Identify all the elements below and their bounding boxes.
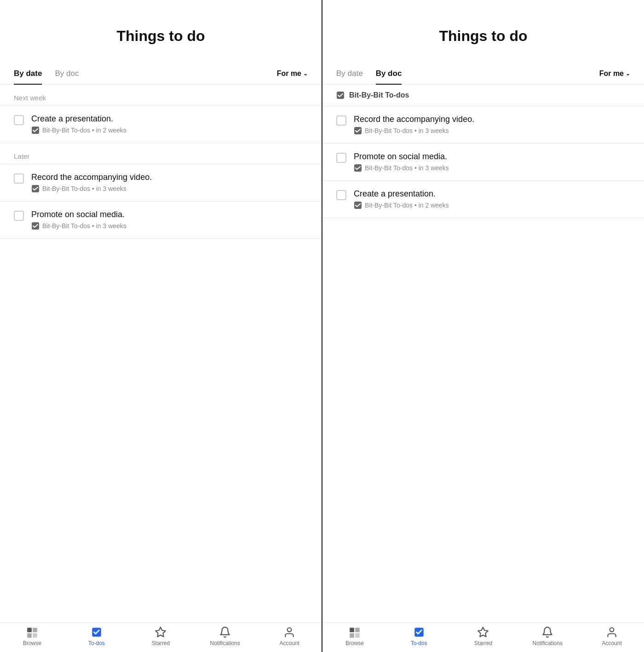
todo-title: Record the accompanying video.: [31, 173, 152, 182]
todo-title: Record the accompanying video.: [354, 115, 474, 124]
star-icon: [477, 626, 489, 638]
nav-item-todos[interactable]: To-dos: [64, 626, 129, 646]
todo-title: Create a presentation.: [354, 189, 449, 199]
for-me-label: For me: [599, 69, 624, 78]
svg-marker-8: [156, 627, 166, 637]
nav-label-browse: Browse: [23, 640, 41, 646]
todo-text-block: Promote on social media. Bit-By-Bit To-d…: [31, 210, 126, 230]
todo-item: Promote on social media. Bit-By-Bit To-d…: [0, 202, 322, 239]
svg-rect-14: [350, 628, 354, 632]
nav-item-browse[interactable]: Browse: [322, 626, 387, 646]
person-icon: [283, 626, 295, 638]
todo-item: Record the accompanying video. Bit-By-Bi…: [322, 106, 644, 144]
browse-icon: [26, 626, 38, 638]
todo-text-block: Promote on social media. Bit-By-Bit To-d…: [354, 152, 449, 172]
for-me-filter[interactable]: For me ⌄: [599, 69, 630, 78]
todo-checkbox[interactable]: [14, 173, 24, 184]
todo-title: Create a presentation.: [31, 114, 126, 124]
svg-rect-3: [27, 628, 32, 632]
tabs-row: By dateBy docFor me ⌄: [0, 63, 322, 85]
panel-left: Things to doBy dateBy docFor me ⌄Next we…: [0, 0, 322, 652]
nav-label-browse: Browse: [345, 640, 364, 646]
todos-icon: [91, 626, 103, 638]
todo-doc-name: Bit-By-Bit To-dos • in 2 weeks: [42, 127, 126, 134]
svg-rect-5: [27, 633, 32, 638]
person-icon: [606, 626, 618, 638]
tabs-row: By dateBy docFor me ⌄: [322, 63, 644, 85]
todo-checkbox[interactable]: [14, 211, 24, 221]
nav-item-account[interactable]: Account: [580, 626, 644, 646]
todo-doc-name: Bit-By-Bit To-dos • in 3 weeks: [365, 127, 449, 134]
todo-meta: Bit-By-Bit To-dos • in 3 weeks: [354, 164, 449, 172]
group-header: Bit-By-Bit To-dos: [322, 85, 644, 106]
page-title: Things to do: [0, 0, 322, 63]
chevron-down-icon: ⌄: [303, 70, 308, 77]
nav-label-account: Account: [602, 640, 621, 646]
todo-text-block: Record the accompanying video. Bit-By-Bi…: [31, 173, 152, 193]
todo-checkbox[interactable]: [336, 153, 346, 163]
todo-checkbox[interactable]: [14, 115, 24, 125]
todo-text-block: Create a presentation. Bit-By-Bit To-dos…: [31, 114, 126, 134]
tab-by_date[interactable]: By date: [336, 63, 363, 85]
content-area: Things to doBy dateBy docFor me ⌄ Bit-By…: [322, 0, 644, 622]
section-header: Later: [0, 143, 322, 164]
browse-icon: [349, 626, 361, 638]
todo-meta: Bit-By-Bit To-dos • in 3 weeks: [31, 222, 126, 230]
svg-rect-17: [355, 633, 360, 638]
todo-checkbox[interactable]: [336, 190, 346, 200]
svg-rect-6: [33, 633, 37, 638]
svg-rect-15: [355, 628, 360, 632]
bell-icon: [541, 626, 553, 638]
todo-item: Create a presentation. Bit-By-Bit To-dos…: [0, 106, 322, 143]
bell-icon: [219, 626, 231, 638]
svg-point-20: [610, 628, 614, 632]
svg-rect-4: [33, 628, 37, 632]
content-area: Things to doBy dateBy docFor me ⌄Next we…: [0, 0, 322, 622]
panel-right: Things to doBy dateBy docFor me ⌄ Bit-By…: [322, 0, 644, 652]
nav-item-notifications[interactable]: Notifications: [515, 626, 580, 646]
todo-item: Record the accompanying video. Bit-By-Bi…: [0, 164, 322, 202]
nav-item-todos[interactable]: To-dos: [387, 626, 451, 646]
svg-point-9: [288, 628, 292, 632]
todo-text-block: Create a presentation. Bit-By-Bit To-dos…: [354, 189, 449, 209]
nav-item-account[interactable]: Account: [257, 626, 322, 646]
page-title: Things to do: [322, 0, 644, 63]
group-title: Bit-By-Bit To-dos: [349, 91, 409, 99]
nav-item-starred[interactable]: Starred: [451, 626, 516, 646]
bottom-nav: Browse To-dos Starred Notifications Acco…: [322, 622, 644, 652]
todo-meta: Bit-By-Bit To-dos • in 3 weeks: [31, 185, 152, 193]
todo-doc-name: Bit-By-Bit To-dos • in 3 weeks: [42, 222, 126, 230]
tab-by_date[interactable]: By date: [14, 63, 42, 85]
nav-item-notifications[interactable]: Notifications: [193, 626, 257, 646]
todo-item: Promote on social media. Bit-By-Bit To-d…: [322, 144, 644, 181]
nav-label-notifications: Notifications: [533, 640, 563, 646]
section-header: Next week: [0, 85, 322, 105]
todo-doc-name: Bit-By-Bit To-dos • in 2 weeks: [365, 202, 449, 209]
bottom-nav: Browse To-dos Starred Notifications Acco…: [0, 622, 322, 652]
nav-label-starred: Starred: [152, 640, 170, 646]
todo-item: Create a presentation. Bit-By-Bit To-dos…: [322, 181, 644, 218]
todo-meta: Bit-By-Bit To-dos • in 3 weeks: [354, 127, 474, 135]
todo-title: Promote on social media.: [354, 152, 449, 162]
todo-title: Promote on social media.: [31, 210, 126, 219]
todo-checkbox[interactable]: [336, 115, 346, 126]
tab-by_doc[interactable]: By doc: [55, 63, 79, 85]
todo-doc-name: Bit-By-Bit To-dos • in 3 weeks: [365, 164, 449, 172]
todos-icon: [413, 626, 425, 638]
nav-item-starred[interactable]: Starred: [129, 626, 193, 646]
for-me-filter[interactable]: For me ⌄: [277, 69, 308, 78]
for-me-label: For me: [277, 69, 301, 78]
todo-meta: Bit-By-Bit To-dos • in 2 weeks: [31, 126, 126, 134]
chevron-down-icon: ⌄: [626, 70, 630, 77]
nav-label-todos: To-dos: [411, 640, 427, 646]
todo-doc-name: Bit-By-Bit To-dos • in 3 weeks: [42, 185, 126, 192]
nav-item-browse[interactable]: Browse: [0, 626, 64, 646]
svg-rect-16: [350, 633, 354, 638]
svg-marker-19: [478, 627, 489, 637]
nav-label-account: Account: [279, 640, 299, 646]
todo-meta: Bit-By-Bit To-dos • in 2 weeks: [354, 201, 449, 209]
nav-label-starred: Starred: [474, 640, 492, 646]
nav-label-notifications: Notifications: [210, 640, 240, 646]
tab-by_doc[interactable]: By doc: [376, 63, 402, 85]
nav-label-todos: To-dos: [88, 640, 105, 646]
